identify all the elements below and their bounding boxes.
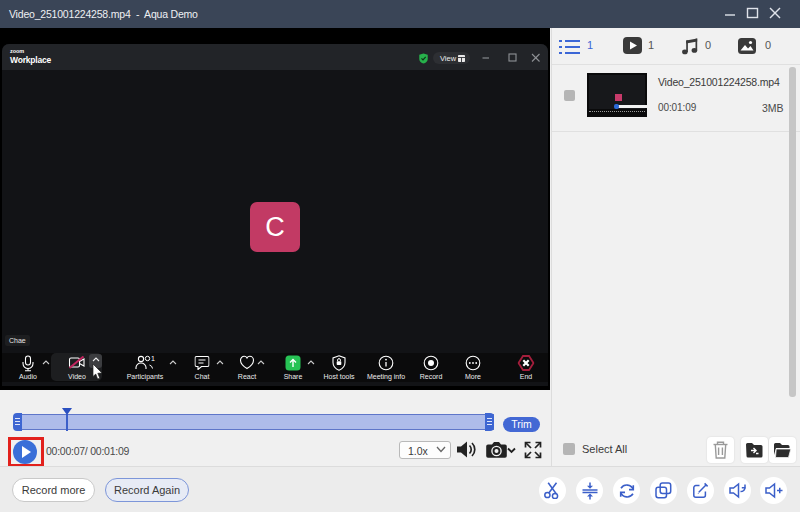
svg-text:1: 1 <box>151 355 155 362</box>
